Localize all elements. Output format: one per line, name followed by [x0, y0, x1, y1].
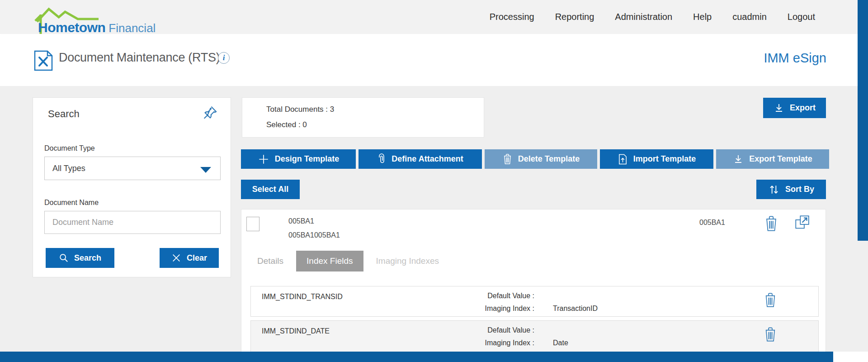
top-bar: HometownFinancial Processing Reporting A…: [0, 0, 868, 34]
paperclip-icon: [377, 153, 386, 165]
up-down-arrows-icon: [768, 184, 780, 195]
x-icon: [171, 253, 181, 263]
brand-name-light: Financial: [108, 21, 156, 35]
chevron-down-icon: [200, 167, 211, 173]
trash-icon: [502, 153, 513, 165]
document-tabs: Details Index Fields Imaging Indexes: [250, 251, 446, 272]
total-documents-value: 3: [330, 105, 334, 114]
tab-details[interactable]: Details: [250, 251, 290, 272]
trash-icon: [763, 326, 778, 343]
imaging-index-value: TransactionID: [553, 305, 598, 313]
imaging-index-label: Imaging Index :: [462, 339, 534, 347]
brand-name-bold: Hometown: [38, 20, 105, 35]
selected-count: Selected : 0: [266, 120, 307, 129]
default-value-label: Default Value :: [462, 292, 534, 300]
imaging-index-label: Imaging Index :: [462, 305, 534, 313]
index-field-row: IMM_STDIND_DATE Default Value : Imaging …: [250, 320, 819, 352]
document-tools-icon: [34, 50, 53, 71]
imaging-index-value: Date: [553, 339, 568, 347]
search-panel: Search Document Type All Types Document …: [33, 97, 231, 277]
nav-item-processing[interactable]: Processing: [490, 12, 534, 22]
import-template-label: Import Template: [633, 154, 696, 164]
nav-item-logout[interactable]: Logout: [788, 12, 815, 22]
footer-corner: [833, 352, 868, 362]
document-checkbox[interactable]: [246, 217, 259, 231]
define-attachment-button[interactable]: Define Attachment: [359, 149, 482, 169]
template-toolbar: Design Template Define Attachment Delete…: [241, 149, 829, 169]
clear-button[interactable]: Clear: [160, 248, 219, 268]
download-icon: [774, 103, 784, 114]
pushpin-icon[interactable]: [201, 104, 219, 122]
download-icon: [733, 154, 744, 165]
select-all-button[interactable]: Select All: [241, 180, 300, 199]
delete-template-button[interactable]: Delete Template: [485, 149, 597, 169]
info-icon[interactable]: i: [218, 52, 230, 64]
selected-count-value: 0: [302, 120, 307, 129]
design-template-button[interactable]: Design Template: [241, 149, 356, 169]
design-template-label: Design Template: [275, 154, 340, 164]
nav-item-administration[interactable]: Administration: [615, 12, 672, 22]
index-field-row: IMM_STDIND_TRANSID Default Value : Imagi…: [250, 286, 819, 317]
selected-count-label: Selected :: [266, 120, 302, 129]
delete-document-button[interactable]: [764, 215, 779, 233]
nav-item-help[interactable]: Help: [693, 12, 712, 22]
nav-item-reporting[interactable]: Reporting: [555, 12, 594, 22]
brand-logo[interactable]: HometownFinancial: [31, 2, 180, 33]
search-button[interactable]: Search: [46, 248, 114, 268]
delete-index-field-button[interactable]: [763, 292, 778, 310]
document-type-value: All Types: [52, 164, 85, 173]
delete-index-field-button[interactable]: [763, 326, 778, 344]
document-name: 005BA1: [288, 217, 314, 225]
trash-icon: [764, 215, 779, 232]
open-in-new-icon: [794, 214, 812, 232]
import-document-icon: [618, 153, 628, 165]
nav-item-user[interactable]: cuadmin: [732, 12, 767, 22]
magnifier-icon: [59, 253, 69, 263]
page-header: Document Maintenance (RTS) i IMM eSign: [0, 34, 868, 86]
document-type-label: Document Type: [44, 144, 95, 152]
index-field-name: IMM_STDIND_TRANSID: [262, 293, 343, 301]
export-template-label: Export Template: [749, 154, 812, 164]
search-button-label: Search: [74, 253, 101, 263]
main-content: Search Document Type All Types Document …: [0, 86, 868, 362]
trash-icon: [763, 292, 778, 308]
select-all-label: Select All: [252, 185, 288, 194]
app-window: HometownFinancial Processing Reporting A…: [0, 0, 868, 362]
page-title: Document Maintenance (RTS): [59, 51, 220, 65]
sort-by-label: Sort By: [785, 185, 814, 194]
document-card: 005BA1 005BA1005BA1 005BA1 Details: [241, 209, 826, 362]
search-panel-title: Search: [48, 108, 80, 120]
import-template-button[interactable]: Import Template: [600, 149, 713, 169]
top-navigation: Processing Reporting Administration Help…: [490, 0, 815, 34]
document-code: 005BA1: [699, 219, 725, 227]
document-name-label: Document Name: [44, 199, 99, 207]
tab-imaging-indexes[interactable]: Imaging Indexes: [369, 251, 446, 272]
default-value-label: Default Value :: [462, 326, 534, 334]
export-template-button[interactable]: Export Template: [716, 149, 829, 169]
right-side-panel-strip[interactable]: [858, 0, 868, 241]
total-documents: Total Documents : 3: [266, 105, 334, 114]
footer-bar: [0, 352, 833, 362]
total-documents-label: Total Documents :: [266, 105, 330, 114]
sort-by-button[interactable]: Sort By: [756, 180, 826, 199]
delete-template-label: Delete Template: [518, 154, 580, 164]
document-name-input[interactable]: [44, 211, 221, 234]
brand-name: HometownFinancial: [38, 20, 156, 35]
index-field-name: IMM_STDIND_DATE: [262, 327, 330, 335]
documents-summary: Total Documents : 3 Selected : 0: [242, 97, 484, 138]
document-subname: 005BA1005BA1: [288, 231, 340, 239]
document-type-select[interactable]: All Types: [44, 157, 221, 180]
clear-button-label: Clear: [187, 253, 207, 263]
tab-index-fields[interactable]: Index Fields: [296, 251, 363, 272]
plus-icon: [258, 153, 269, 165]
product-name: IMM eSign: [764, 51, 826, 66]
define-attachment-label: Define Attachment: [392, 154, 463, 164]
open-in-new-icon[interactable]: [794, 214, 812, 233]
export-button-label: Export: [790, 103, 816, 113]
export-button[interactable]: Export: [763, 98, 826, 118]
